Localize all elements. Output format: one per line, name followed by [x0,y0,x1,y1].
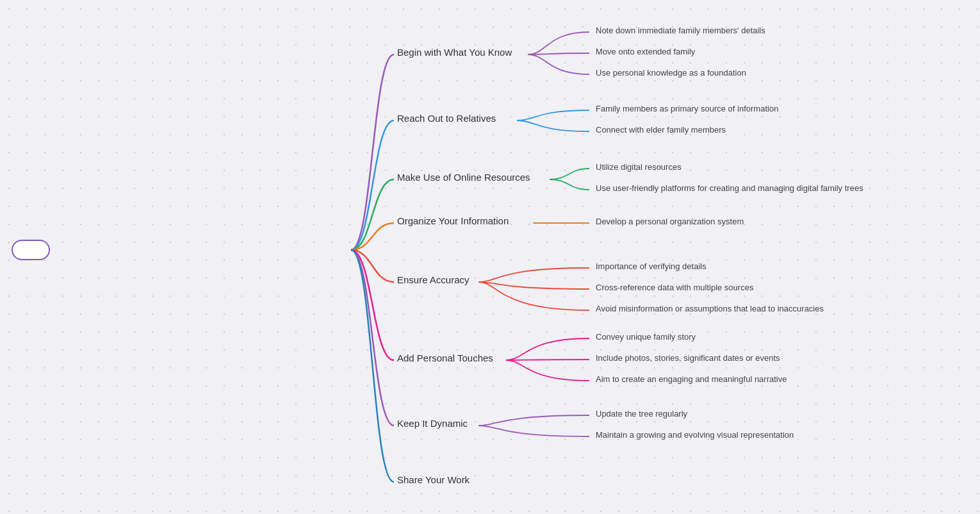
leaf-label-online-1: Use user-friendly platforms for creating… [596,183,863,193]
leaf-label-begin-0: Note down immediate family members' deta… [596,26,765,35]
branch-label-dynamic: Keep It Dynamic [397,418,468,429]
leaf-label-personal-1: Include photos, stories, significant dat… [596,353,780,363]
branch-label-share: Share Your Work [397,474,470,485]
leaf-label-personal-2: Aim to create an engaging and meaningful… [596,374,787,384]
branch-label-begin: Begin with What You Know [397,47,512,58]
leaf-label-accuracy-2: Avoid misinformation or assumptions that… [596,304,824,313]
leaf-label-accuracy-0: Importance of verifying details [596,261,706,271]
leaf-label-personal-0: Convey unique family story [596,332,696,342]
leaf-label-begin-1: Move onto extended family [596,47,695,56]
mind-map-svg [0,0,980,514]
branch-label-personal: Add Personal Touches [397,352,493,363]
leaf-label-accuracy-1: Cross-reference data with multiple sourc… [596,283,753,292]
leaf-label-online-0: Utilize digital resources [596,162,682,172]
branch-label-online: Make Use of Online Resources [397,172,530,183]
leaf-label-relatives-1: Connect with elder family members [596,125,726,135]
central-node [12,240,50,260]
leaf-label-dynamic-1: Maintain a growing and evolving visual r… [596,430,794,440]
leaf-label-organize-0: Develop a personal organization system [596,217,744,226]
branch-label-accuracy: Ensure Accuracy [397,274,470,285]
branch-label-organize: Organize Your Information [397,215,509,226]
leaf-label-relatives-0: Family members as primary source of info… [596,104,778,113]
branch-label-relatives: Reach Out to Relatives [397,113,496,124]
leaf-label-dynamic-0: Update the tree regularly [596,409,687,419]
leaf-label-begin-2: Use personal knowledge as a foundation [596,68,746,78]
